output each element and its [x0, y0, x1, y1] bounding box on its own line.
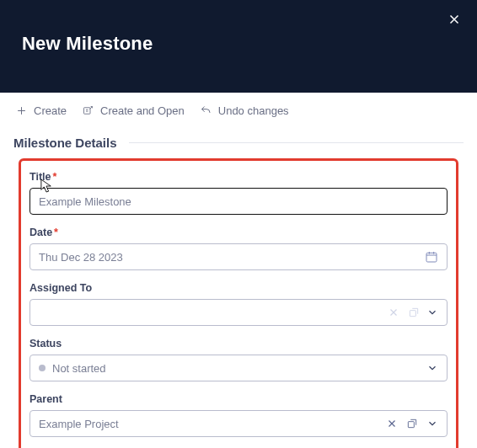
- toolbar: Create Create and Open Undo changes: [0, 93, 477, 132]
- dialog-header: New Milestone: [0, 0, 477, 93]
- date-label: Date*: [29, 227, 448, 238]
- svg-rect-1: [426, 253, 437, 262]
- title-label: Title*: [29, 171, 448, 183]
- assigned-to-select[interactable]: [29, 299, 448, 326]
- title-label-text: Title: [29, 171, 51, 183]
- parent-select[interactable]: Example Project: [29, 410, 448, 437]
- open-external-icon[interactable]: [408, 307, 420, 318]
- chevron-down-icon[interactable]: [426, 418, 438, 429]
- required-mark: *: [54, 227, 58, 238]
- create-button[interactable]: Create: [15, 104, 67, 117]
- parent-label: Parent: [29, 393, 448, 405]
- undo-changes-button[interactable]: Undo changes: [200, 104, 289, 117]
- section-header: Milestone Details: [13, 136, 464, 150]
- status-label: Status: [29, 338, 448, 349]
- create-open-label: Create and Open: [100, 104, 185, 117]
- required-mark: *: [52, 171, 56, 183]
- clear-icon[interactable]: [386, 418, 398, 429]
- parent-field: Parent Example Project: [29, 393, 448, 437]
- close-icon: [447, 12, 462, 27]
- svg-rect-2: [410, 311, 415, 317]
- create-open-icon: [82, 104, 94, 117]
- divider: [129, 142, 464, 143]
- undo-icon: [200, 104, 212, 117]
- chevron-down-icon[interactable]: [426, 362, 438, 374]
- title-input-wrap[interactable]: [29, 188, 448, 215]
- create-label: Create: [34, 104, 67, 117]
- plus-icon: [15, 104, 28, 117]
- chevron-down-icon[interactable]: [426, 307, 438, 318]
- title-field: Title*: [29, 171, 448, 215]
- date-field: Date* Thu Dec 28 2023: [29, 227, 448, 270]
- open-external-icon[interactable]: [406, 418, 418, 429]
- date-label-text: Date: [29, 227, 52, 238]
- status-select[interactable]: Not started: [29, 355, 448, 381]
- clear-icon[interactable]: [388, 307, 399, 318]
- date-input[interactable]: Thu Dec 28 2023: [29, 243, 448, 270]
- parent-value: Example Project: [39, 418, 386, 430]
- section: Milestone Details Title* Date* Thu Dec 2…: [0, 136, 477, 448]
- status-dot-icon: [39, 365, 46, 371]
- highlighted-form-area: Title* Date* Thu Dec 28 2023 Assigned To: [19, 158, 458, 448]
- calendar-icon[interactable]: [425, 250, 438, 264]
- dialog-title: New Milestone: [22, 33, 153, 55]
- assigned-to-label: Assigned To: [29, 282, 448, 294]
- undo-label: Undo changes: [218, 104, 289, 117]
- status-field: Status Not started: [29, 338, 448, 381]
- close-button[interactable]: [447, 12, 462, 27]
- date-value: Thu Dec 28 2023: [39, 251, 425, 264]
- create-and-open-button[interactable]: Create and Open: [82, 104, 185, 117]
- status-value: Not started: [52, 362, 426, 375]
- svg-rect-3: [408, 422, 414, 428]
- title-input[interactable]: [39, 195, 438, 208]
- assigned-to-field: Assigned To: [29, 282, 448, 326]
- section-title-text: Milestone Details: [13, 136, 117, 150]
- svg-rect-0: [84, 108, 91, 115]
